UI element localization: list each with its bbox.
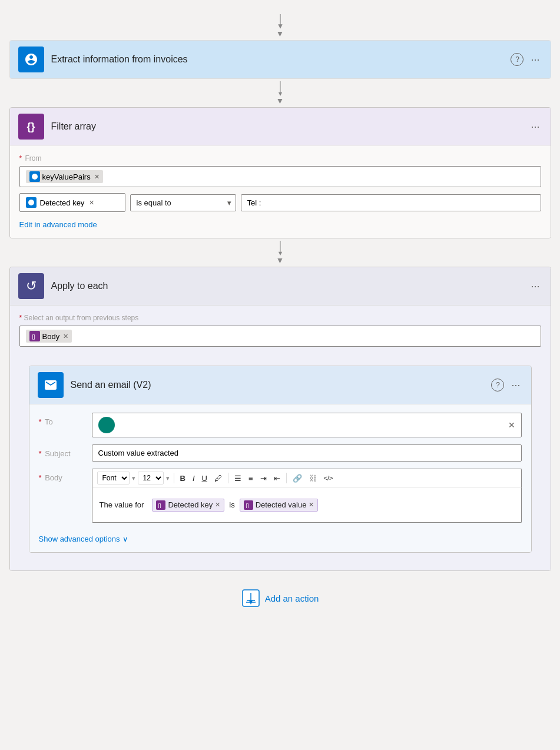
recipient-avatar: [98, 417, 115, 433]
email-icon: [38, 372, 64, 398]
svg-text:{}: {}: [158, 503, 161, 508]
toolbar-arrow: ▾: [132, 474, 135, 482]
body-field-wrapper: Font ▾ 12 14 16 ▾: [92, 469, 522, 523]
body-token2-icon: {}: [244, 500, 253, 510]
to-label: * To: [39, 413, 86, 426]
indent-right-button[interactable]: ⇤: [271, 472, 283, 484]
toolbar-divider-3: [286, 473, 287, 483]
apply-to-each-title: Apply to each: [51, 281, 522, 291]
email-more-button[interactable]: ···: [509, 378, 522, 393]
to-input[interactable]: ✕: [92, 413, 522, 437]
operator-select[interactable]: is equal to is not equal to contains doe…: [130, 194, 236, 211]
extract-card-title: Extract information from invoices: [51, 54, 504, 65]
body-token-icon: {}: [29, 331, 40, 341]
nested-card-wrapper: Send an email (V2) ? ··· * To: [19, 353, 541, 562]
italic-button[interactable]: I: [190, 472, 198, 484]
apply-to-each-header: ↺ Apply to each ···: [10, 267, 551, 305]
apply-body: * Select an output from previous steps {…: [10, 305, 551, 570]
paint-button[interactable]: 🖊: [211, 472, 225, 484]
body-prefix-text: The value for: [100, 500, 144, 509]
filter-condition-row: Detected key ✕ is equal to is not equal …: [19, 193, 541, 212]
body-label: * Body: [39, 469, 86, 482]
svg-point-5: [28, 200, 34, 205]
operator-select-wrapper: is equal to is not equal to contains doe…: [130, 194, 236, 211]
extract-card: Extract information from invoices ? ···: [9, 40, 551, 79]
add-action-icon: [241, 589, 260, 608]
toolbar-divider-2: [228, 473, 228, 483]
email-card-actions: ? ···: [491, 378, 522, 393]
body-token2-label: Detected value: [256, 500, 307, 509]
email-body: * To ✕: [29, 404, 531, 552]
indent-left-button[interactable]: ⇥: [257, 472, 270, 484]
svg-text:{}: {}: [32, 334, 35, 340]
body-token-remove[interactable]: ✕: [63, 333, 68, 340]
body-token1-remove[interactable]: ✕: [215, 501, 220, 509]
body-token1-icon: {}: [156, 500, 165, 510]
filter-array-title: Filter array: [51, 121, 522, 132]
font-size-select[interactable]: 12 14 16: [138, 472, 164, 484]
detected-key-remove[interactable]: ✕: [89, 199, 94, 207]
apply-more-button[interactable]: ···: [528, 279, 542, 294]
subject-field-wrapper: [92, 444, 522, 462]
subject-input[interactable]: [92, 444, 522, 462]
apply-card-actions: ···: [528, 279, 542, 294]
extract-help-button[interactable]: ?: [511, 53, 523, 66]
to-remove-button[interactable]: ✕: [508, 420, 515, 430]
apply-icon: ↺: [18, 273, 44, 299]
extract-card-actions: ? ···: [511, 52, 542, 67]
to-field-wrapper: ✕: [92, 413, 522, 437]
filter-more-button[interactable]: ···: [528, 120, 542, 134]
numbered-button[interactable]: ≡: [246, 472, 256, 484]
add-action-button[interactable]: Add an action: [230, 583, 331, 613]
svg-point-4: [32, 174, 38, 180]
svg-marker-1: [278, 24, 282, 28]
body-token: {} Body ✕: [26, 330, 72, 343]
filter-array-header: {} Filter array ···: [10, 108, 551, 145]
connector-arrow-top: [273, 14, 287, 38]
detected-key-label: Detected key: [40, 198, 85, 207]
svg-marker-7: [278, 252, 281, 255]
body-token2-remove[interactable]: ✕: [309, 501, 314, 509]
from-input[interactable]: keyValuePairs ✕: [19, 166, 541, 187]
detected-key-body-token: {} Detected key ✕: [152, 499, 224, 512]
show-advanced-options[interactable]: Show advanced options ∨: [39, 535, 128, 543]
select-output-label: * Select an output from previous steps: [19, 314, 541, 322]
output-input[interactable]: {} Body ✕: [19, 326, 541, 347]
svg-marker-3: [278, 92, 281, 96]
connector-arrow-1: [273, 81, 287, 105]
edit-advanced-link[interactable]: Edit in advanced mode: [19, 220, 97, 229]
rich-text-body[interactable]: The value for {} Detected key ✕: [92, 487, 522, 523]
subject-label: * Subject: [39, 444, 86, 458]
extract-card-header: Extract information from invoices ? ···: [10, 41, 551, 78]
kv-token-remove[interactable]: ✕: [94, 173, 100, 181]
toolbar-divider-1: [174, 473, 174, 483]
svg-text:{}: {}: [246, 503, 249, 508]
filter-value-input[interactable]: [241, 194, 541, 211]
bullets-button[interactable]: ☰: [231, 472, 244, 484]
link-button[interactable]: 🔗: [290, 472, 305, 484]
font-select[interactable]: Font: [97, 472, 130, 484]
connector-arrow-2: [273, 241, 287, 264]
extract-more-button[interactable]: ···: [528, 52, 542, 67]
body-token-label: Body: [42, 332, 60, 341]
kv-token-label: keyValuePairs: [42, 172, 91, 181]
rich-text-toolbar: Font ▾ 12 14 16 ▾: [92, 469, 522, 487]
body-is-text: is: [229, 500, 234, 509]
underline-button[interactable]: U: [199, 472, 210, 484]
filter-icon: {}: [18, 114, 44, 140]
email-help-button[interactable]: ?: [491, 379, 504, 391]
detected-value-body-token: {} Detected value ✕: [240, 499, 319, 512]
filter-array-card: {} Filter array ··· * From keyValuePairs…: [9, 107, 551, 238]
email-card-header: Send an email (V2) ? ···: [29, 366, 531, 404]
filter-array-actions: ···: [528, 120, 542, 134]
toolbar-size-arrow: ▾: [166, 474, 170, 482]
code-button[interactable]: </>: [321, 473, 336, 483]
kv-token-icon: [29, 171, 40, 182]
body-token1-label: Detected key: [168, 500, 213, 509]
bold-button[interactable]: B: [177, 472, 188, 484]
unlink-button[interactable]: ⛓: [306, 472, 320, 484]
key-value-pairs-token: keyValuePairs ✕: [26, 170, 103, 183]
extract-icon: [18, 47, 44, 72]
apply-to-each-card: ↺ Apply to each ··· * Select an output f…: [9, 267, 551, 571]
detected-key-token: Detected key ✕: [19, 193, 125, 212]
